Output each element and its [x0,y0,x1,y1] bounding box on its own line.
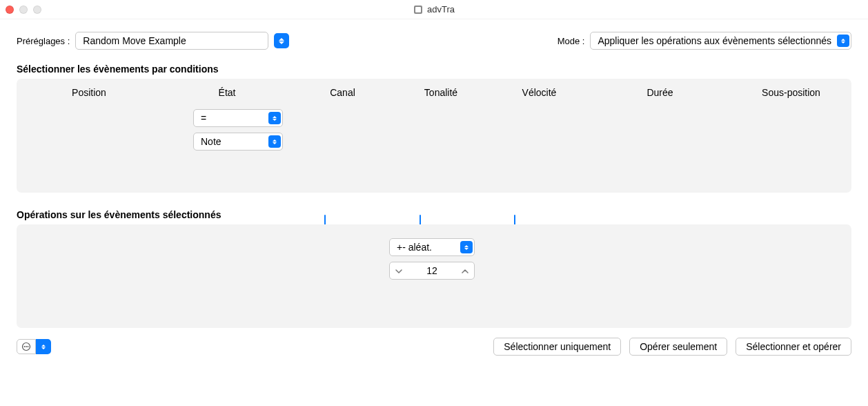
condition-type-value: Note [201,136,221,147]
operation-mode-value: +- aléat. [397,242,432,253]
chevron-up-icon [273,139,277,142]
bottom-bar: Sélectionner uniquement Opérer seulement… [17,338,851,356]
window-title: advTra [427,4,455,14]
svg-rect-1 [415,7,421,12]
condition-operator-value: = [201,113,206,124]
col-sous-position: Sous-position [731,87,851,98]
chevron-down-icon [841,41,845,44]
mode-label: Mode : [558,36,585,46]
operation-amount-value: 12 [426,265,437,276]
conditions-panel: Position État Canal Tonalité Vélocité Du… [17,79,851,193]
chevron-up-icon [41,345,46,347]
ellipsis-icon [21,342,31,351]
mode-value: Appliquer les opérations aux évènements … [598,35,831,46]
col-tonalite: Tonalité [393,87,489,98]
chevron-up-icon [273,116,277,118]
operation-mode-select[interactable]: +- aléat. [389,238,475,256]
operation-amount-stepper[interactable]: 12 [389,262,475,280]
select-and-operate-button[interactable]: Sélectionner et opérer [736,338,851,356]
col-position: Position [17,87,161,98]
operations-panel: +- aléat. 12 [17,224,851,328]
dropdown-arrow-icon [268,112,281,124]
column-headers: Position État Canal Tonalité Vélocité Du… [17,79,851,105]
dropdown-arrow-icon [460,241,473,253]
select-only-button[interactable]: Sélectionner uniquement [493,338,621,356]
chevron-up-icon [841,39,845,41]
mode-group: Mode : Appliquer les opérations aux évèn… [558,32,851,50]
chevron-down-icon [273,119,277,121]
col-velocite: Vélocité [489,87,589,98]
col-canal: Canal [293,87,393,98]
mode-select[interactable]: Appliquer les opérations aux évènements … [590,32,851,50]
operate-only-label: Opérer seulement [640,341,717,352]
select-only-label: Sélectionner uniquement [504,341,611,352]
chevron-up-icon [279,38,284,41]
svg-point-5 [28,346,29,347]
condition-operator-select[interactable]: = [193,109,283,127]
bottom-left-group [17,339,51,354]
chevron-down-icon [279,41,284,44]
svg-point-4 [26,346,27,347]
top-row: Préréglages : Mode : Appliquer les opéra… [17,32,851,50]
titlebar: advTra [0,0,868,19]
select-and-operate-label: Sélectionner et opérer [746,341,841,352]
presets-label: Préréglages : [17,36,70,46]
chevron-down-icon [273,142,277,144]
app-icon [413,5,423,14]
content: Préréglages : Mode : Appliquer les opéra… [0,19,868,368]
operation-controls: +- aléat. 12 [389,238,475,280]
traffic-lights [6,6,41,14]
col-etat: État [161,87,293,98]
col-duree: Durée [589,87,731,98]
condition-controls: = Note [193,109,283,151]
operate-only-button[interactable]: Opérer seulement [629,338,727,356]
operations-section-title: Opérations sur les évènements sélectionn… [17,209,851,220]
minimize-button[interactable] [19,6,28,14]
conditions-section-title: Sélectionner les évènements par conditio… [17,64,851,75]
chevron-up-icon [464,245,468,247]
options-button[interactable] [17,339,36,354]
presets-group: Préréglages : [17,32,289,50]
presets-field[interactable] [75,32,268,50]
condition-type-select[interactable]: Note [193,133,283,151]
chevron-down-icon [41,347,46,349]
dropdown-arrow-icon [268,135,281,148]
maximize-button[interactable] [33,6,41,14]
window-title-area: advTra [6,4,862,14]
chevron-down-icon [464,248,468,250]
presets-dropdown-button[interactable] [274,33,289,48]
options-dropdown-button[interactable] [36,339,51,354]
bottom-right-group: Sélectionner uniquement Opérer seulement… [493,338,851,356]
mode-dropdown-arrow [837,35,849,47]
svg-point-3 [24,346,26,347]
stepper-up-icon[interactable] [462,267,468,275]
close-button[interactable] [6,6,14,14]
stepper-down-icon[interactable] [395,267,402,275]
